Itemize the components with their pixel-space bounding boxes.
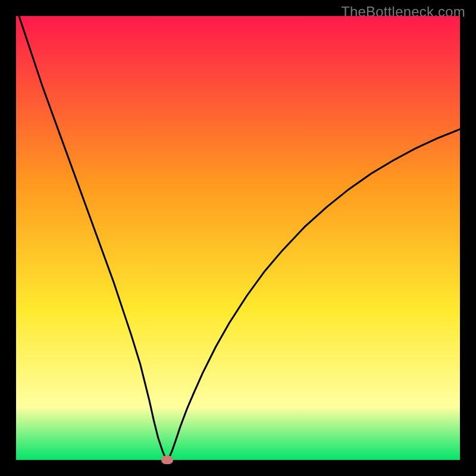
optimal-point-marker: [161, 456, 173, 464]
bottleneck-plot: [16, 16, 460, 460]
chart-frame: TheBottleneck.com: [0, 0, 476, 476]
gradient-background: [16, 16, 460, 460]
